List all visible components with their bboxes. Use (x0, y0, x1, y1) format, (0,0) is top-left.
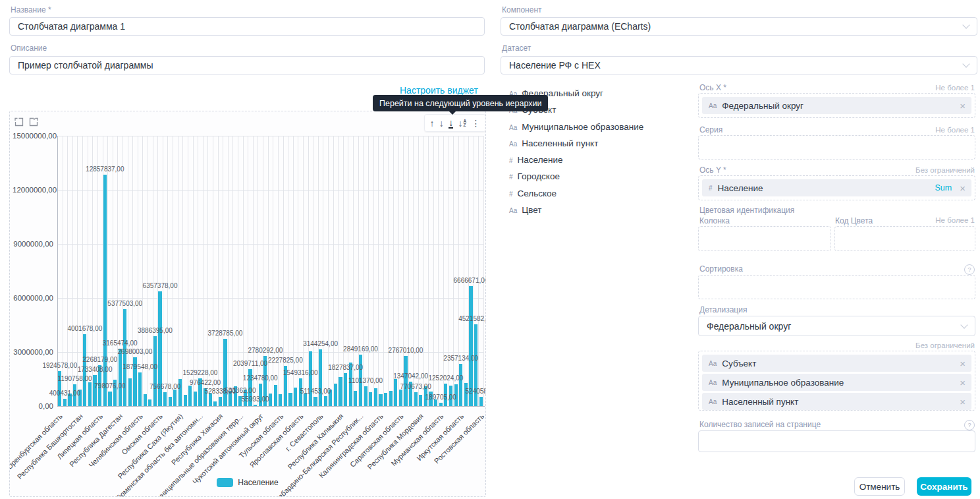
bar[interactable] (319, 349, 322, 406)
bar[interactable] (254, 405, 257, 406)
question-icon[interactable]: ? (964, 264, 975, 275)
bar[interactable] (479, 397, 483, 406)
bar[interactable] (153, 336, 157, 406)
level-down-icon[interactable]: ↓ (439, 119, 444, 128)
bar[interactable] (309, 351, 312, 406)
legend-item[interactable]: Население (10, 478, 485, 487)
cancel-button[interactable]: Отменить (854, 477, 905, 496)
bar[interactable] (334, 384, 337, 406)
bar[interactable] (324, 396, 327, 406)
bar-value-label: 2227825,00 (268, 357, 303, 364)
bar[interactable] (389, 391, 393, 406)
bar[interactable] (63, 399, 67, 406)
question-icon[interactable]: ? (964, 420, 975, 430)
bar[interactable] (188, 386, 192, 406)
bar[interactable] (294, 388, 297, 406)
bar[interactable] (339, 377, 342, 406)
bar[interactable] (148, 399, 151, 406)
bar[interactable] (288, 393, 292, 406)
close-icon[interactable]: × (960, 183, 966, 193)
bar[interactable] (439, 403, 443, 406)
field-item[interactable]: Aa Муниципальное образование (509, 122, 643, 132)
bar[interactable] (414, 392, 418, 406)
bar[interactable] (364, 386, 368, 406)
field-item[interactable]: # Сельское (509, 189, 557, 198)
bar[interactable] (464, 383, 468, 406)
bar[interactable] (173, 390, 177, 406)
axis-y-dropzone[interactable]: # Население Sum × (698, 175, 975, 200)
bar[interactable] (163, 392, 167, 406)
bar[interactable] (108, 392, 111, 406)
bar[interactable] (88, 382, 92, 406)
bar-chart[interactable]: 0,003000000,006000000,009000000,00120000… (10, 111, 485, 496)
aggregation-tag[interactable]: Sum (935, 183, 952, 192)
bar[interactable] (184, 395, 187, 406)
color-column-dropzone[interactable] (698, 226, 831, 251)
bar[interactable] (209, 394, 212, 406)
bar[interactable] (274, 385, 277, 406)
bar[interactable] (354, 391, 357, 406)
field-item[interactable]: Aa Населенный пункт (509, 138, 598, 148)
bar[interactable] (399, 390, 402, 406)
bar[interactable] (279, 394, 282, 406)
bar[interactable] (379, 394, 382, 406)
close-icon[interactable]: × (960, 101, 966, 111)
bar[interactable] (128, 378, 132, 406)
more-options-icon[interactable]: ⋮ (472, 119, 481, 128)
bar-value-label: 770673,00 (400, 383, 431, 390)
bar[interactable] (119, 349, 122, 406)
close-icon[interactable]: × (960, 359, 966, 368)
bar[interactable] (93, 375, 96, 406)
axis-y-chip[interactable]: # Население Sum × (702, 179, 971, 196)
bar[interactable] (369, 392, 372, 406)
level-up-icon[interactable]: ↑ (429, 119, 434, 128)
axis-x-dropzone[interactable]: Aa Федеральный округ × (698, 93, 975, 118)
component-label: Компонент (502, 5, 542, 15)
page-size-input[interactable] (698, 430, 975, 452)
bar[interactable] (459, 364, 462, 406)
field-item[interactable]: # Городское (509, 171, 560, 181)
widget-name-input[interactable] (9, 17, 485, 36)
detail-chip[interactable]: Aa Населенный пункт × (702, 393, 971, 410)
bar[interactable] (419, 395, 422, 406)
field-item[interactable]: Aa Цвет (509, 205, 541, 215)
bar[interactable] (384, 393, 387, 406)
bar[interactable] (304, 394, 307, 406)
dataset-select[interactable]: Население РФ с HEX (501, 56, 977, 74)
sorting-dropzone[interactable] (698, 275, 975, 299)
bar[interactable] (374, 388, 377, 406)
text-field-icon: Aa (509, 207, 517, 214)
configure-widget-link[interactable]: Настроить виджет (400, 85, 478, 96)
color-code-dropzone[interactable] (834, 226, 975, 251)
text-field-icon: Aa (709, 398, 717, 405)
bar[interactable] (394, 379, 397, 406)
bar[interactable] (213, 401, 217, 406)
gridline-v (198, 136, 198, 406)
sort-icon[interactable]: ↓ AZ (458, 119, 467, 128)
detail-chip[interactable]: Aa Субъект × (702, 355, 971, 372)
gridline-v (213, 136, 213, 406)
close-icon[interactable]: × (960, 397, 966, 407)
bar[interactable] (404, 356, 407, 406)
axis-x-chip[interactable]: Aa Федеральный округ × (702, 97, 971, 114)
bar[interactable] (144, 394, 147, 406)
close-icon[interactable]: × (960, 378, 966, 388)
series-dropzone[interactable] (698, 135, 975, 160)
bar[interactable] (219, 397, 222, 406)
bar[interactable] (138, 372, 142, 406)
save-button[interactable]: Сохранить (917, 477, 971, 496)
drill-down-icon[interactable]: ↓ (449, 118, 453, 129)
detail-select[interactable]: Федеральный округ (698, 316, 975, 336)
bar[interactable] (123, 309, 126, 406)
field-item[interactable]: # Население (509, 155, 563, 165)
bar[interactable] (194, 392, 197, 406)
bar[interactable] (223, 339, 227, 406)
component-select[interactable]: Столбчатая диаграмма (ECharts) (501, 17, 977, 36)
gridline-v (268, 136, 269, 406)
widget-description-input[interactable] (9, 56, 485, 74)
detail-dropzone[interactable]: Aa Субъект × Aa Муниципальное образовани… (698, 351, 975, 411)
detail-chip[interactable]: Aa Муниципальное образование × (702, 374, 971, 391)
bar[interactable] (169, 397, 172, 406)
bar[interactable] (344, 373, 347, 406)
bar[interactable] (313, 397, 317, 406)
